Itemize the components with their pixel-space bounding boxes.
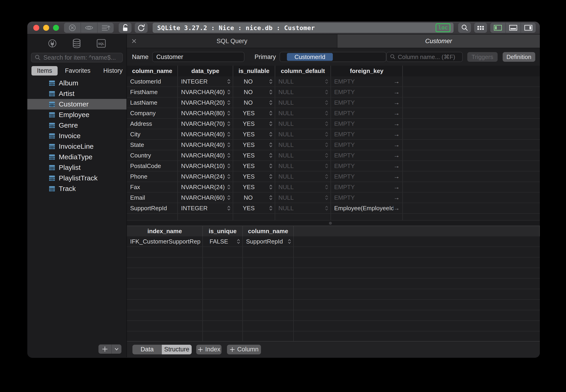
stepper-icon[interactable] [269, 89, 273, 95]
stepper-icon[interactable] [227, 79, 230, 84]
stepper-icon[interactable] [325, 100, 328, 105]
cell-data-type[interactable]: NVARCHAR(40) [178, 129, 233, 139]
cell-foreign-key[interactable]: EMPTY → [331, 193, 403, 203]
stepper-icon[interactable] [227, 153, 230, 158]
stepper-icon[interactable] [227, 184, 230, 190]
sidebar-table-item[interactable]: Album [27, 78, 126, 88]
cell-is-nullable[interactable]: NO [233, 87, 275, 97]
lock-button[interactable] [119, 23, 132, 33]
apps-grid-button[interactable] [474, 23, 487, 33]
foreign-key-arrow-icon[interactable]: → [393, 205, 400, 212]
cell-data-type[interactable]: NVARCHAR(60) [178, 193, 233, 203]
cell-foreign-key[interactable]: EMPTY → [331, 119, 403, 129]
sidebar-table-item[interactable]: Playlist [27, 162, 126, 173]
database-icon[interactable] [70, 38, 83, 49]
stepper-icon[interactable] [269, 153, 273, 158]
cancel-query-button[interactable] [64, 23, 81, 33]
stepper-icon[interactable] [269, 79, 273, 84]
cell-column-default[interactable]: NULL [275, 203, 331, 213]
foreign-key-arrow-icon[interactable]: → [393, 173, 400, 180]
stepper-icon[interactable] [227, 110, 230, 116]
header-column-name[interactable]: column_name [127, 66, 178, 76]
add-item-menu-button[interactable] [111, 345, 121, 354]
cell-column-default[interactable]: NULL [275, 76, 331, 86]
stepper-icon[interactable] [269, 163, 273, 169]
cell-column-name[interactable]: Country [127, 150, 178, 160]
sidebar-table-item[interactable]: Track [27, 183, 126, 194]
cell-is-nullable[interactable]: YES [233, 140, 275, 150]
cell-index-name[interactable]: IFK_CustomerSupportRepId [127, 236, 203, 247]
tab-sql-query[interactable]: SQL Query [127, 34, 337, 48]
header-is-nullable[interactable]: is_nullable [233, 66, 275, 76]
stepper-icon[interactable] [269, 195, 273, 200]
cell-data-type[interactable]: NVARCHAR(10) [178, 161, 233, 171]
cell-data-type[interactable]: NVARCHAR(70) [178, 119, 233, 129]
add-item-button[interactable] [98, 345, 111, 354]
cell-column-default[interactable]: NULL [275, 182, 331, 192]
sidebar-table-item[interactable]: Artist [27, 88, 126, 99]
stepper-icon[interactable] [227, 131, 230, 137]
sidebar-table-item[interactable]: MediaType [27, 152, 126, 162]
cell-foreign-key[interactable]: EMPTY → [331, 76, 403, 86]
close-tab-button[interactable] [131, 34, 138, 48]
stepper-icon[interactable] [269, 205, 273, 211]
cell-foreign-key[interactable]: EMPTY → [331, 161, 403, 171]
stepper-icon[interactable] [269, 174, 273, 179]
tab-customer[interactable]: Customer [337, 34, 540, 48]
sidebar-table-item[interactable]: PlaylistTrack [27, 173, 126, 183]
cell-is-nullable[interactable]: NO [233, 193, 275, 203]
toggle-bottom-panel-button[interactable] [505, 23, 521, 33]
cell-is-nullable[interactable]: YES [233, 203, 275, 213]
cell-column-default[interactable]: NULL [275, 108, 331, 118]
stepper-icon[interactable] [269, 121, 273, 126]
cell-column-name[interactable]: City [127, 129, 178, 139]
add-index-button[interactable]: Index [196, 345, 221, 354]
primary-key-field[interactable]: CustomerId [279, 52, 386, 62]
foreign-key-arrow-icon[interactable]: → [393, 99, 400, 106]
stepper-icon[interactable] [325, 205, 328, 211]
toggle-left-panel-button[interactable] [490, 23, 505, 33]
minimize-window-button[interactable] [43, 25, 49, 31]
cell-is-nullable[interactable]: NO [233, 76, 275, 86]
stepper-icon[interactable] [227, 195, 230, 200]
cell-is-unique[interactable]: FALSE [203, 236, 243, 247]
toggle-right-panel-button[interactable] [521, 23, 536, 33]
cell-foreign-key[interactable]: EMPTY → [331, 87, 403, 97]
stepper-icon[interactable] [325, 142, 328, 148]
preview-button[interactable] [81, 23, 97, 33]
cell-column-default[interactable]: NULL [275, 98, 331, 108]
cell-foreign-key[interactable]: Employee(EmployeeId) → [331, 203, 403, 213]
foreign-key-arrow-icon[interactable]: → [393, 131, 400, 138]
cell-data-type[interactable]: NVARCHAR(40) [178, 87, 233, 97]
foreign-key-arrow-icon[interactable]: → [393, 120, 400, 127]
cell-foreign-key[interactable]: EMPTY → [331, 171, 403, 182]
cell-data-type[interactable]: NVARCHAR(40) [178, 150, 233, 160]
data-segment-button[interactable]: Data [132, 345, 162, 354]
foreign-key-arrow-icon[interactable]: → [393, 78, 400, 85]
cell-is-nullable[interactable]: NO [233, 98, 275, 108]
stepper-icon[interactable] [227, 174, 230, 179]
zoom-window-button[interactable] [53, 25, 59, 31]
cell-column-name[interactable]: CustomerId [127, 76, 178, 86]
stepper-icon[interactable] [325, 131, 328, 137]
header-foreign-key[interactable]: foreign_key [331, 66, 403, 76]
stepper-icon[interactable] [227, 142, 230, 148]
cell-column-name[interactable]: SupportRepId [127, 203, 178, 213]
tab-favorites[interactable]: Favorites [59, 66, 96, 75]
stepper-icon[interactable] [269, 100, 273, 105]
stepper-icon[interactable] [269, 110, 273, 116]
cell-is-nullable[interactable]: YES [233, 129, 275, 139]
sidebar-table-item[interactable]: Invoice [27, 131, 126, 141]
cell-foreign-key[interactable]: EMPTY → [331, 129, 403, 139]
scrollbar-thumb[interactable] [329, 222, 332, 225]
cell-data-type[interactable]: NVARCHAR(24) [178, 182, 233, 192]
sql-icon[interactable]: SQL [95, 38, 107, 49]
cell-column-name[interactable]: LastName [127, 98, 178, 108]
stepper-icon[interactable] [227, 100, 230, 105]
stepper-icon[interactable] [237, 239, 240, 244]
foreign-key-arrow-icon[interactable]: → [393, 110, 400, 117]
cell-column-name[interactable]: Phone [127, 171, 178, 182]
cell-is-nullable[interactable]: YES [233, 150, 275, 160]
foreign-key-arrow-icon[interactable]: → [393, 152, 400, 159]
sidebar-table-item[interactable]: Customer [27, 99, 126, 110]
